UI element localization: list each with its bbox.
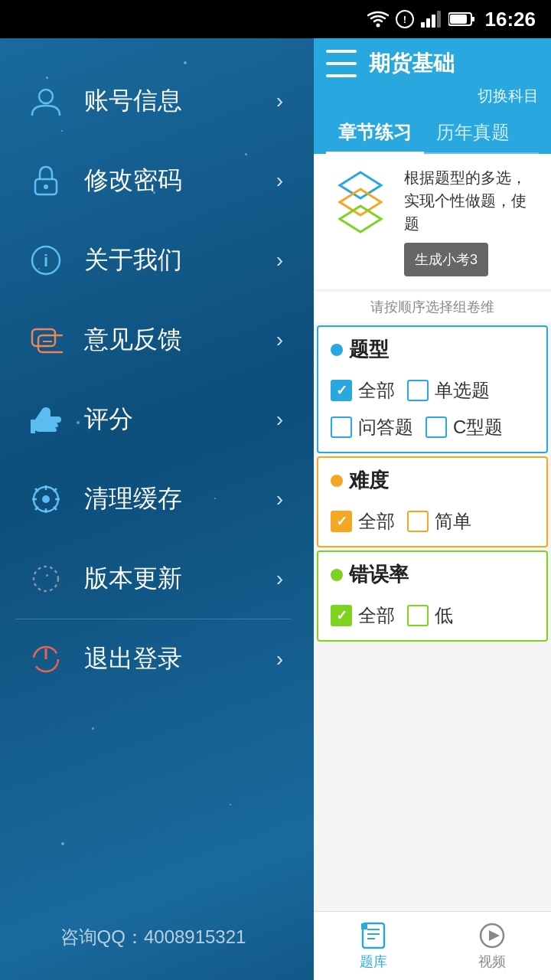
checkbox-low-label: 低 <box>435 603 453 628</box>
section-dot-green <box>331 569 343 581</box>
account-arrow: › <box>276 89 283 113</box>
svg-rect-4 <box>426 18 430 28</box>
checkbox-all-difficulty-box[interactable] <box>331 511 352 532</box>
checkbox-all-type-label: 全部 <box>358 378 395 403</box>
panel-subtitle[interactable]: 切换科目 <box>326 86 539 106</box>
svg-rect-15 <box>32 329 55 346</box>
checkbox-grid-error: 全部 低 <box>318 597 546 640</box>
section-dot-orange <box>331 475 343 487</box>
panel-title: 期货基础 <box>369 49 455 78</box>
sidebar-item-cache[interactable]: 清理缓存 › <box>0 459 306 539</box>
checkbox-single[interactable]: 单选题 <box>407 378 490 403</box>
checkbox-ctype-box[interactable] <box>425 416 447 438</box>
checkbox-row-error: 全部 低 <box>331 603 534 628</box>
account-icon <box>23 78 69 124</box>
section-question-type: 题型 全部 单选题 <box>317 325 548 453</box>
panel-header-top: 期货基础 <box>326 49 539 78</box>
tab-past[interactable]: 历年真题 <box>424 113 522 152</box>
hamburger-button[interactable] <box>326 50 357 77</box>
svg-rect-16 <box>38 335 63 352</box>
checkbox-grid-difficulty: 全部 简单 <box>318 503 546 546</box>
checkbox-easy-box[interactable] <box>407 511 429 532</box>
checkbox-single-box[interactable] <box>407 380 429 401</box>
tab-chapter[interactable]: 章节练习 <box>326 113 424 152</box>
panel-tabs: 章节练习 历年真题 <box>326 113 539 154</box>
svg-rect-3 <box>421 22 425 28</box>
checkbox-all-type-box[interactable] <box>331 380 352 401</box>
checkbox-row-1: 全部 单选题 <box>331 378 534 403</box>
svg-rect-6 <box>437 11 441 28</box>
checkbox-all-type[interactable]: 全部 <box>331 378 395 403</box>
checkbox-low-box[interactable] <box>407 605 429 626</box>
banner-button[interactable]: 生成小考3 <box>404 243 488 276</box>
svg-rect-8 <box>471 17 474 21</box>
sidebar-item-account[interactable]: 账号信息 › <box>0 61 306 141</box>
signal-icon <box>421 11 442 28</box>
update-label: 版本更新 <box>84 562 276 596</box>
sidebar-item-update[interactable]: 版本更新 › <box>0 539 306 619</box>
svg-marker-32 <box>340 172 381 198</box>
rate-icon <box>23 397 69 443</box>
section-difficulty: 难度 全部 简单 <box>317 456 548 547</box>
section-error-rate: 错误率 全部 低 <box>317 550 548 642</box>
sidebar-item-password[interactable]: 修改密码 › <box>0 141 306 220</box>
svg-point-0 <box>376 24 380 28</box>
password-arrow: › <box>276 168 283 193</box>
checkbox-row-2: 问答题 C型题 <box>331 415 534 439</box>
section-title-question-type: 题型 <box>318 327 546 372</box>
checkbox-all-error-label: 全部 <box>358 603 395 628</box>
password-icon <box>23 158 69 204</box>
checkbox-ctype[interactable]: C型题 <box>425 415 503 439</box>
section-title-difficulty: 难度 <box>318 458 546 503</box>
svg-rect-9 <box>450 15 467 24</box>
checkbox-answer-box[interactable] <box>331 416 352 438</box>
checkbox-easy-label: 简单 <box>435 509 471 534</box>
panel-header: 期货基础 切换科目 章节练习 历年真题 <box>314 38 551 154</box>
checkbox-low[interactable]: 低 <box>407 603 453 628</box>
logout-icon <box>23 636 69 682</box>
status-time: 16:26 <box>485 8 536 31</box>
section-title-error-rate: 错误率 <box>318 552 546 597</box>
banner: 根据题型的多选，实现个性做题，使题 生成小考3 <box>314 154 551 289</box>
svg-marker-34 <box>340 206 381 232</box>
checkbox-all-difficulty-label: 全部 <box>358 509 395 534</box>
update-icon <box>23 556 69 602</box>
status-bar: ! 16:26 <box>0 0 551 38</box>
about-arrow: › <box>276 248 283 273</box>
feedback-arrow: › <box>276 328 283 352</box>
checkbox-single-label: 单选题 <box>435 378 490 403</box>
checkbox-easy[interactable]: 简单 <box>407 509 471 534</box>
sidebar-footer: 咨询QQ：4008915321 <box>0 925 306 949</box>
nav-questions[interactable]: 题库 <box>314 912 432 980</box>
svg-text:i: i <box>44 251 48 270</box>
nav-video[interactable]: 视频 <box>432 912 551 980</box>
rate-label: 评分 <box>84 403 276 436</box>
svg-point-10 <box>39 90 53 103</box>
checkbox-all-error[interactable]: 全部 <box>331 603 395 628</box>
sidebar-item-about[interactable]: i 关于我们 › <box>0 220 306 300</box>
svg-rect-5 <box>432 15 435 28</box>
status-icons: ! <box>367 9 476 29</box>
sidebar-item-logout[interactable]: 退出登录 › <box>0 619 306 699</box>
rate-arrow: › <box>276 407 283 432</box>
sidebar-item-rate[interactable]: 评分 › <box>0 380 306 459</box>
svg-text:!: ! <box>403 14 406 25</box>
video-nav-icon <box>478 922 506 949</box>
bottom-nav: 题库 视频 <box>314 911 551 980</box>
questions-nav-icon <box>360 922 387 949</box>
stack-logo-icon <box>326 166 395 235</box>
feedback-icon <box>23 317 69 363</box>
cache-arrow: › <box>276 487 283 511</box>
battery-icon <box>448 11 476 27</box>
checkbox-answer[interactable]: 问答题 <box>331 415 413 439</box>
sidebar-item-feedback[interactable]: 意见反馈 › <box>0 300 306 380</box>
checkbox-all-difficulty[interactable]: 全部 <box>331 509 395 534</box>
sidebar: 账号信息 › 修改密码 › i 关于我们 › <box>0 38 306 980</box>
checkbox-all-error-box[interactable] <box>331 605 352 626</box>
main-background: 账号信息 › 修改密码 › i 关于我们 › <box>0 38 551 980</box>
about-icon: i <box>23 237 69 283</box>
svg-marker-33 <box>340 189 381 215</box>
video-nav-label: 视频 <box>478 952 506 971</box>
checkbox-grid-type: 全部 单选题 问答题 C型 <box>318 372 546 452</box>
update-arrow: › <box>276 567 283 591</box>
